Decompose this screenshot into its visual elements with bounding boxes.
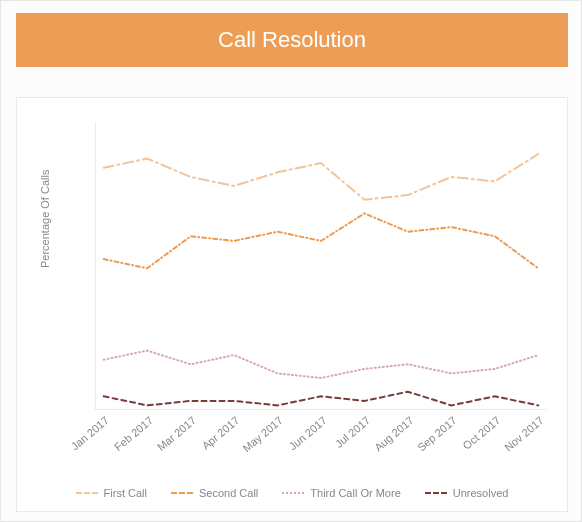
- series-line: [104, 351, 539, 378]
- series-line: [104, 154, 539, 200]
- legend-label: First Call: [104, 487, 147, 499]
- x-tick-label: Mar 2017: [155, 414, 198, 453]
- legend-label: Second Call: [199, 487, 258, 499]
- x-tick-label: May 2017: [241, 414, 286, 454]
- legend-item-first-call: First Call: [76, 487, 147, 499]
- swatch-third-call: [282, 492, 304, 494]
- x-tick-label: Nov 2017: [502, 414, 546, 453]
- chart-card: Call Resolution Percentage Of Calls 0 %1…: [0, 0, 582, 522]
- x-tick-label: Apr 2017: [200, 414, 242, 452]
- y-axis-label: Percentage Of Calls: [39, 170, 51, 268]
- legend-item-third-call: Third Call Or More: [282, 487, 400, 499]
- x-tick-label: Jun 2017: [286, 414, 328, 452]
- series-line: [104, 213, 539, 268]
- series-line: [104, 392, 539, 406]
- swatch-second-call: [171, 492, 193, 494]
- x-axis-labels: Jan 2017Feb 2017Mar 2017Apr 2017May 2017…: [95, 414, 547, 474]
- swatch-first-call: [76, 492, 98, 494]
- x-tick-label: Jan 2017: [69, 414, 111, 452]
- chart-box: Percentage Of Calls 0 %10 %20 %30 %40 %5…: [16, 97, 568, 512]
- title-bar: Call Resolution: [16, 13, 568, 67]
- x-tick-label: Aug 2017: [372, 414, 416, 453]
- legend-label: Third Call Or More: [310, 487, 400, 499]
- x-tick-label: Jul 2017: [333, 414, 373, 450]
- legend: First Call Second Call Third Call Or Mor…: [17, 487, 567, 499]
- plot-area: 0 %10 %20 %30 %40 %50 %60 %: [95, 122, 547, 410]
- legend-item-second-call: Second Call: [171, 487, 258, 499]
- legend-label: Unresolved: [453, 487, 509, 499]
- x-tick-label: Feb 2017: [112, 414, 155, 453]
- legend-item-unresolved: Unresolved: [425, 487, 509, 499]
- chart-title: Call Resolution: [218, 27, 366, 53]
- x-tick-label: Oct 2017: [461, 414, 503, 452]
- swatch-unresolved: [425, 492, 447, 494]
- x-tick-label: Sep 2017: [415, 414, 459, 453]
